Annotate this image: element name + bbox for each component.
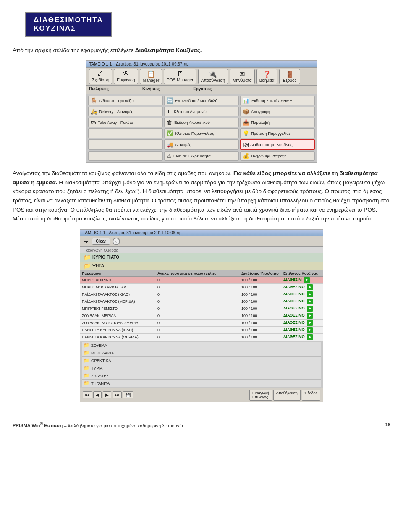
green-flag[interactable]: ▶ [307, 299, 313, 304]
item-ekdosi-akyr[interactable]: 🗑Έκδοση Ακυρωτικού [164, 118, 239, 127]
circle-button[interactable]: ○ [113, 238, 120, 245]
item-dianomes[interactable]: 🚚Διανομές [164, 139, 239, 150]
footer-brand: PRISMA Win® Εστίαση [13, 423, 63, 428]
row-name: ΣΟΥΒΛΑΚΙ ΚΟΤΟΠΟΥΛΟ ΜΕΡΙΔ. [82, 321, 157, 325]
screen2-bottom-bar: ⏮ ◀ ▶ ⏭ 💾 ΕισαγωγήΕπίλογος Αποθήκευση Έξ… [80, 388, 323, 402]
paragraph1: Ανοίγοντας την διαθεσιμότητα κουζίνας φα… [13, 169, 390, 223]
row-name: ΣΟΥΒΛΑΚΙ ΜΕΡΙΔΑ [82, 314, 157, 318]
tool-btn-schedasio[interactable]: 🖊Σχεδίαση [89, 69, 112, 84]
green-flag[interactable]: ▶ [307, 327, 313, 333]
item-eidi-ekk[interactable]: ⚠Είδη σε Εκκρεμότητα [164, 151, 239, 161]
green-flag[interactable]: ▶ [304, 277, 310, 283]
item-epanekdosi[interactable]: 🔄Επανέκδοση/ Μεταβολή [164, 96, 239, 105]
clear-button[interactable]: Clear [92, 238, 110, 245]
header-line1: ΔΙΑΘΕΣΙΜΟΤΗΤΑ [34, 16, 103, 24]
tool-btn-exodos[interactable]: 🚪Έξοδος [279, 69, 300, 84]
nav-prev[interactable]: ◀ [93, 391, 102, 398]
row-available: 100 / 100 [241, 278, 283, 282]
table-row[interactable]: ΣΟΥΒΛΑΚΙ ΜΕΡΙΔΑ 0 100 / 100 ΔΙΑΘΕΣΙΜΟ ▶ [80, 312, 323, 320]
table-row[interactable]: ΠΑΝΣΕΤΑ ΚΑΡΒΟΥΝΑ (ΚΙΛΟ) 0 100 / 100 ΔΙΑΘ… [80, 327, 323, 334]
screen2-category: 📁 ΚΥΡΙΟ ΠΙΑΤΟ [80, 253, 323, 262]
row-name: ΠΑΝΣΕΤΑ ΚΑΡΒΟΥΝΑ (ΚΙΛΟ) [82, 328, 157, 332]
sidebar-item-orektika[interactable]: 📁ΟΡΕΚΤΙΚΑ [82, 357, 321, 364]
tool-btn-manager[interactable]: 📋Manager [140, 69, 162, 84]
table-row[interactable]: ΣΟΥΒΛΑΚΙ ΚΟΤΟΠΟΥΛΟ ΜΕΡΙΔ. 0 100 / 100 ΔΙ… [80, 320, 323, 327]
row-qty: 0 [157, 292, 241, 296]
clear-label: Clear [96, 239, 106, 244]
nav-save-icon[interactable]: 💾 [123, 391, 133, 398]
category-name: ΚΥΡΙΟ ΠΙΑΤΟ [92, 255, 119, 259]
green-flag[interactable]: ▶ [307, 306, 313, 312]
green-flag[interactable]: ▶ [307, 284, 313, 290]
screen2-datetime: Δευτέρα, 31 Ιανουαρίου 2011 10:06 πμ [109, 231, 182, 235]
item-aithousa[interactable]: 🪑Αίθουσα - Τραπέζια [88, 96, 163, 105]
subcategory-name: ΨΗΤΑ [92, 263, 104, 268]
table-row[interactable]: ΜΠΡΙΖ. ΧΟΙΡΙΝΗ 0 100 / 100 ΔΙΑΘΕΣΙΜ ▶ [80, 277, 323, 284]
row-available: 100 / 100 [241, 299, 283, 304]
green-flag[interactable]: ▶ [307, 313, 313, 319]
row-name: ΜΠΡΙΖ. ΜΟΣΧΑΡΙΣΙΑ ΓΑΛ. [82, 285, 157, 289]
screenshot1: ΤΑΜΕΙΟ 1 1 Δευτέρα, 31 Ιανουαρίου 2011 0… [86, 60, 317, 163]
sidebar-item-tyria[interactable]: 📁ΤΥΡΙΑ [82, 364, 321, 372]
row-qty: 0 [157, 307, 241, 311]
tool-btn-pos-manager[interactable]: 🖥POS Manager [164, 69, 196, 84]
row-status: ΔΙΑΘΕΣΙΜΟ ▶ [283, 291, 321, 297]
row-qty: 0 [157, 328, 241, 332]
table-row[interactable]: ΠΑΪΔΑΚΙ ΓΑΛΑΚΤΟΣ (ΜΕΡΙΔΑ) 0 100 / 100 ΔΙ… [80, 298, 323, 305]
row-name: ΜΠΙΦΤΕΚΙ ΓΕΜΙΣΤΟ [82, 307, 157, 311]
item-delivery[interactable]: 🛵Delivery - Διανομές [88, 107, 163, 116]
row-qty: 0 [157, 278, 241, 282]
table-row[interactable]: ΠΑΪΔΑΚΙ ΓΑΛΑΚΤΟΣ (ΚΙΛΟ) 0 100 / 100 ΔΙΑΘ… [80, 291, 323, 298]
nav-next[interactable]: ▶ [103, 391, 111, 398]
row-qty: 0 [157, 285, 241, 289]
table-row[interactable]: ΜΠΡΙΖ. ΜΟΣΧΑΡΙΣΙΑ ΓΑΛ. 0 100 / 100 ΔΙΑΘΕ… [80, 284, 323, 291]
row-available: 100 / 100 [241, 285, 283, 289]
green-flag[interactable]: ▶ [307, 320, 313, 326]
row-status: ΔΙΑΘΕΣΙΜ ▶ [283, 277, 321, 283]
section-poliseis: Πωλήσεις [89, 86, 109, 91]
item-takeaway[interactable]: 🛍Take Away - Πακέτο [88, 118, 163, 127]
table-row[interactable]: ΠΑΝΣΕΤΑ ΚΑΡΒΟΥΝΑ (ΜΕΡΙΔΑ) 0 100 / 100 ΔΙ… [80, 334, 323, 341]
sidebar-item-souvla[interactable]: 📁ΣΟΥΒΛΑ [82, 342, 321, 349]
screen1-datetime: Δευτέρα, 31 Ιανουαρίου 2011 09:37 πμ [116, 62, 189, 66]
item-kleisimo-par[interactable]: ✅Κλείσιμο Παραγγελίας [164, 128, 239, 138]
intro-text-before: Από την αρχική σελίδα της εφαρμογής επιλ… [13, 47, 135, 53]
screen2-subcategory: 📁 ΨΗΤΑ [80, 262, 323, 270]
tool-btn-emfanisi[interactable]: 👁Εμφάνιση [114, 69, 138, 84]
item-apografi[interactable]: 📦Απογραφή [240, 107, 315, 116]
item-kleisimo-anamonis[interactable]: ⏸Κλείσιμο Αναμονής [164, 107, 239, 116]
col-diath: Διαθέσιμο Υπόλοιπο [241, 271, 283, 275]
page-header: ΔΙΑΘΕΣΙΜΟΤΗΤΑ ΚΟΥΖΙΝΑΣ [25, 12, 112, 37]
green-flag[interactable]: ▶ [307, 291, 313, 297]
row-available: 100 / 100 [241, 292, 283, 296]
nav-last[interactable]: ⏭ [113, 391, 122, 398]
sidebar-item-tiganita[interactable]: 📁ΤΗΓΑΝΙΤΑ [82, 380, 321, 387]
btn-apothikeusi[interactable]: Αποθήκευση [273, 390, 301, 401]
btn-eisagogi[interactable]: ΕισαγωγήΕπίλογος [249, 390, 272, 401]
nav-first[interactable]: ⏮ [83, 391, 92, 398]
item-protasi[interactable]: 💡Πρόταση Παραγγελίας [240, 128, 315, 138]
item-paralavi[interactable]: 📥Παραλαβή [240, 118, 315, 127]
table-row[interactable]: ΜΠΙΦΤΕΚΙ ΓΕΜΙΣΤΟ 0 100 / 100 ΔΙΑΘΕΣΙΜΟ ▶ [80, 305, 323, 312]
sidebar-item-salates[interactable]: 📁ΣΑΛΑΤΕΣ [82, 372, 321, 380]
tool-btn-minimata[interactable]: ✉Μηνύματα [230, 69, 255, 84]
nav-buttons: ⏮ ◀ ▶ ⏭ 💾 [83, 391, 133, 398]
item-ekdosi-z[interactable]: 📊Έκδοση Ζ από ΑΔΗΜΕ [240, 96, 315, 105]
sidebar-item-mezedakia[interactable]: 📁ΜΕΖΕΔΑΚΙΑ [82, 349, 321, 357]
screen2-col-headers: Παραγωγή Ανακτ.ποσότητα σε παραγγελίες Δ… [80, 270, 323, 277]
tool-btn-aposindesi[interactable]: 🔌Αποσύνδεση [198, 69, 228, 84]
row-status: ΔΙΑΘΕΣΙΜΟ ▶ [283, 320, 321, 326]
row-name: ΜΠΡΙΖ. ΧΟΙΡΙΝΗ [82, 278, 157, 282]
footer-left: PRISMA Win® Εστίαση – Απλά βήματα για μι… [13, 422, 183, 428]
col-anakt: Ανακτ.ποσότητα σε παραγγελίες [157, 271, 241, 275]
item-empty1 [88, 128, 163, 138]
item-pliromh[interactable]: 💰Πληρωμή/Είσπραξη [240, 151, 315, 161]
screen1-body: 🪑Αίθουσα - Τραπέζια 🔄Επανέκδοση/ Μεταβολ… [86, 94, 317, 162]
green-flag[interactable]: ▶ [307, 334, 313, 340]
btn-exodos[interactable]: Έξοδος [302, 390, 320, 401]
screen1-toolbar: 🖊Σχεδίαση 👁Εμφάνιση 📋Manager 🖥POS Manage… [86, 68, 317, 86]
row-qty: 0 [157, 299, 241, 304]
row-qty: 0 [157, 321, 241, 325]
tool-btn-voitheia[interactable]: ❓Βοήθεια [256, 69, 277, 84]
item-diathesimotita[interactable]: 🍽Διαθεσιμότητα Κουζίνας [240, 139, 315, 150]
